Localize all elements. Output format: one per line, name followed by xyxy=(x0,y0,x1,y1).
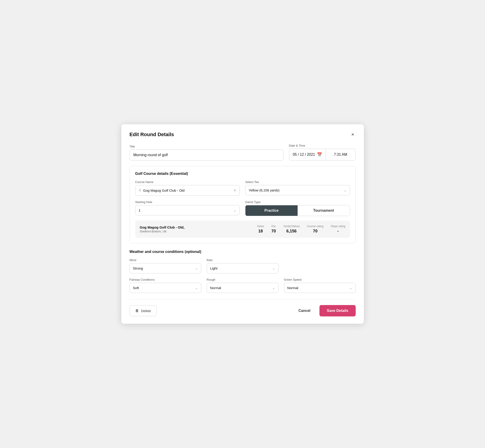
select-tee-dropdown[interactable]: Yellow (6,156 yards) ⌄ xyxy=(245,185,350,195)
chevron-down-icon-2: ⌄ xyxy=(234,208,236,212)
delete-label: Delete xyxy=(141,309,151,313)
footer-right: Cancel Save Details xyxy=(295,305,356,316)
par-value: 70 xyxy=(271,229,276,233)
datetime-label: Date & Time xyxy=(289,144,356,147)
fairway-rough-green-row: Fairway Conditions Soft ⌄ Rough Normal ⌄… xyxy=(129,278,356,293)
top-row: Title Date & Time 05 / 12 / 2021 📅 7:31 … xyxy=(129,144,356,160)
hole-gametype-row: Starting Hole 1 ⌄ Game Type Practice Tou… xyxy=(135,200,350,216)
rain-value: Light xyxy=(210,266,218,270)
date-value: 05 / 12 / 2021 xyxy=(293,152,315,157)
course-section: Golf Course details (Essential) Course N… xyxy=(129,166,356,243)
select-tee-label: Select Tee xyxy=(245,180,350,184)
chevron-down-icon-6: ⌄ xyxy=(272,286,275,290)
chevron-down-icon-7: ⌄ xyxy=(349,286,352,290)
green-speed-group: Green Speed Normal ⌄ xyxy=(284,278,356,293)
footer-divider xyxy=(129,299,356,300)
chevron-down-icon-3: ⌄ xyxy=(195,267,198,270)
search-icon: ⚲ xyxy=(139,188,141,192)
course-name-label: Course Name xyxy=(135,180,240,184)
course-main-name: Gog Magog Golf Club - Old, xyxy=(140,225,250,229)
course-section-title: Golf Course details (Essential) xyxy=(135,172,350,176)
game-type-toggle: Practice Tournament xyxy=(245,205,350,216)
delete-button[interactable]: 🗑 Delete xyxy=(129,305,157,316)
yards-value: 6,156 xyxy=(286,229,297,233)
modal-title: Edit Round Details xyxy=(129,132,174,137)
yards-stat: Yards(Yellow) 6,156 xyxy=(283,225,300,233)
select-tee-group: Select Tee Yellow (6,156 yards) ⌄ xyxy=(245,180,350,196)
datetime-wrap: 05 / 12 / 2021 📅 7:31 AM xyxy=(289,149,356,160)
clear-icon[interactable]: ✕ xyxy=(233,188,236,192)
rough-dropdown[interactable]: Normal ⌄ xyxy=(207,283,278,293)
edit-round-modal: Edit Round Details × Title Date & Time 0… xyxy=(121,124,364,324)
rough-label: Rough xyxy=(207,278,278,281)
datetime-field-group: Date & Time 05 / 12 / 2021 📅 7:31 AM xyxy=(289,144,356,160)
wind-rain-row: Wind Strong ⌄ Rain Light ⌄ xyxy=(129,258,356,273)
par-stat: Par 70 xyxy=(271,225,276,233)
slope-rating-value: - xyxy=(337,229,339,233)
time-value: 7:31 AM xyxy=(334,152,347,157)
course-name-group: Course Name ⚲ ✕ xyxy=(135,180,240,196)
course-name-col: Gog Magog Golf Club - Old, Shelford Bott… xyxy=(140,225,250,233)
course-rating-value: 70 xyxy=(313,229,317,233)
fairway-group: Fairway Conditions Soft ⌄ xyxy=(129,278,201,293)
green-speed-dropdown[interactable]: Normal ⌄ xyxy=(284,283,356,293)
trash-icon: 🗑 xyxy=(135,309,139,313)
starting-hole-group: Starting Hole 1 ⌄ xyxy=(135,200,240,216)
wind-group: Wind Strong ⌄ xyxy=(129,258,201,273)
holes-stat: Holes 18 xyxy=(257,225,264,233)
par-label: Par xyxy=(271,225,276,228)
fairway-dropdown[interactable]: Soft ⌄ xyxy=(129,283,201,293)
course-info-row: Gog Magog Golf Club - Old, Shelford Bott… xyxy=(135,221,350,238)
date-part[interactable]: 05 / 12 / 2021 📅 xyxy=(289,149,326,160)
chevron-down-icon-4: ⌄ xyxy=(272,267,275,270)
rain-dropdown[interactable]: Light ⌄ xyxy=(207,263,278,273)
tournament-button[interactable]: Tournament xyxy=(298,205,350,216)
holes-label: Holes xyxy=(257,225,264,228)
wind-value: Strong xyxy=(133,266,143,270)
starting-hole-dropdown[interactable]: 1 ⌄ xyxy=(135,205,240,215)
title-input[interactable] xyxy=(129,150,283,160)
fairway-label: Fairway Conditions xyxy=(129,278,201,281)
course-name-input[interactable] xyxy=(143,189,232,192)
conditions-section: Weather and course conditions (optional)… xyxy=(129,250,356,293)
game-type-group: Game Type Practice Tournament xyxy=(245,200,350,216)
modal-header: Edit Round Details × xyxy=(129,132,356,137)
conditions-title: Weather and course conditions (optional) xyxy=(129,250,356,254)
course-rating-label: Course rating xyxy=(307,225,323,228)
course-rating-stat: Course rating 70 xyxy=(307,225,323,233)
course-location: Shelford Bottom, UK xyxy=(140,230,250,233)
course-name-search[interactable]: ⚲ ✕ xyxy=(135,185,240,196)
fairway-value: Soft xyxy=(133,286,139,290)
cancel-button[interactable]: Cancel xyxy=(295,305,314,316)
yards-label: Yards(Yellow) xyxy=(283,225,300,228)
game-type-label: Game Type xyxy=(245,200,350,204)
starting-hole-value: 1 xyxy=(139,208,140,212)
course-tee-row: Course Name ⚲ ✕ Select Tee Yellow (6,156… xyxy=(135,180,350,196)
rough-group: Rough Normal ⌄ xyxy=(207,278,278,293)
time-part[interactable]: 7:31 AM xyxy=(326,149,356,160)
wind-label: Wind xyxy=(129,258,201,262)
green-speed-label: Green Speed xyxy=(284,278,356,281)
close-button[interactable]: × xyxy=(350,132,356,137)
select-tee-value: Yellow (6,156 yards) xyxy=(249,188,279,192)
title-field-group: Title xyxy=(129,145,283,160)
calendar-icon: 📅 xyxy=(317,152,322,157)
rain-group: Rain Light ⌄ xyxy=(207,258,278,273)
wind-dropdown[interactable]: Strong ⌄ xyxy=(129,263,201,273)
holes-value: 18 xyxy=(258,229,263,233)
slope-rating-stat: Slope rating - xyxy=(331,225,345,233)
starting-hole-label: Starting Hole xyxy=(135,200,240,204)
footer-row: 🗑 Delete Cancel Save Details xyxy=(129,305,356,316)
title-label: Title xyxy=(129,145,283,148)
rough-value: Normal xyxy=(210,286,221,290)
slope-rating-label: Slope rating xyxy=(331,225,345,228)
save-button[interactable]: Save Details xyxy=(319,305,356,316)
chevron-down-icon-5: ⌄ xyxy=(195,286,198,290)
green-speed-value: Normal xyxy=(287,286,298,290)
practice-button[interactable]: Practice xyxy=(245,205,298,216)
rain-label: Rain xyxy=(207,258,278,262)
chevron-down-icon: ⌄ xyxy=(344,189,347,192)
